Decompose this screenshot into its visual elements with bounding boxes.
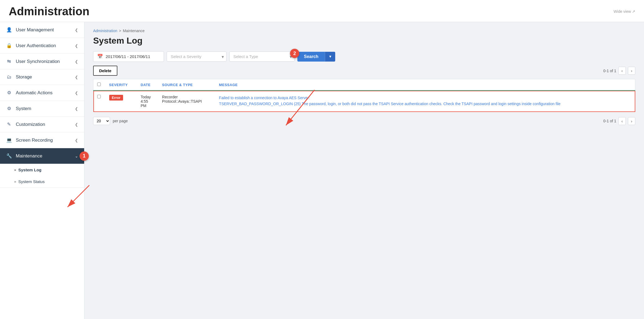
delete-button[interactable]: Delete xyxy=(93,66,117,76)
annotation-1: 1 xyxy=(80,151,89,161)
main-content: Administration > Maintenance System Log … xyxy=(84,22,644,319)
annotation-2: 2 xyxy=(290,49,299,58)
chevron-icon: ❮ xyxy=(75,107,78,111)
automatic-actions-icon: ⚙ xyxy=(6,90,12,96)
sub-arrow-icon: » xyxy=(14,168,16,172)
type-select[interactable]: Select a Type xyxy=(229,51,295,62)
user-authentication-icon: 🔒 xyxy=(6,43,12,48)
sidebar-item-storage[interactable]: 🗂 Storage ❮ xyxy=(0,69,84,85)
table-header: SEVERITY DATE SOURCE & TYPE MESSAGE xyxy=(93,79,635,91)
chevron-icon: ❮ xyxy=(75,28,78,32)
chevron-icon: ❮ xyxy=(75,138,78,142)
sidebar: 👤 User Management ❮ 🔒 User Authenticatio… xyxy=(0,22,84,319)
severity-select[interactable]: Select a Severity Error Warning Info xyxy=(167,51,227,62)
storage-icon: 🗂 xyxy=(6,74,12,80)
per-page-label: per page xyxy=(113,119,128,123)
sidebar-label-screen-recording: Screen Recording xyxy=(16,138,53,143)
pagination-top: 0-1 of 1 ‹ › xyxy=(603,67,635,75)
chevron-icon: ❮ xyxy=(75,59,78,64)
col-date: DATE xyxy=(137,79,158,91)
system-log-label: System Log xyxy=(18,168,41,172)
next-page-button-bottom[interactable]: › xyxy=(628,117,635,125)
row-severity-cell: Error xyxy=(105,91,137,112)
user-management-icon: 👤 xyxy=(6,27,12,33)
table-row: Error Today4:55PM RecorderProtocol::Avay… xyxy=(93,91,635,112)
date-range-value: 2017/06/11 - 2017/06/11 xyxy=(106,54,150,59)
sidebar-label-automatic-actions: Automatic Actions xyxy=(16,90,53,96)
prev-page-button-bottom[interactable]: ‹ xyxy=(618,117,626,125)
table-body: Error Today4:55PM RecorderProtocol::Avay… xyxy=(93,91,635,112)
page-title: Administration xyxy=(9,5,89,18)
content-title: System Log xyxy=(93,36,635,46)
breadcrumb: Administration > Maintenance xyxy=(93,29,635,33)
sidebar-item-user-management[interactable]: 👤 User Management ❮ xyxy=(0,22,84,38)
breadcrumb-current: Maintenance xyxy=(123,29,145,33)
row-checkbox[interactable] xyxy=(97,95,101,98)
chevron-icon: ❮ xyxy=(75,91,78,95)
sub-arrow-icon: » xyxy=(14,180,16,184)
sidebar-item-user-synchronization[interactable]: ⇋ User Synchronization ❮ xyxy=(0,54,84,69)
select-all-checkbox[interactable] xyxy=(97,83,101,86)
main-layout: 👤 User Management ❮ 🔒 User Authenticatio… xyxy=(0,22,644,319)
sidebar-label-maintenance: Maintenance xyxy=(16,153,42,159)
annotations-svg xyxy=(0,0,644,319)
chevron-expand-icon: ⌄ xyxy=(75,154,78,158)
sidebar-label-user-management: User Management xyxy=(16,27,54,33)
sidebar-item-screen-recording[interactable]: 💻 Screen Recording ❮ xyxy=(0,132,84,148)
col-severity: SEVERITY xyxy=(105,79,137,91)
prev-page-button[interactable]: ‹ xyxy=(618,67,626,75)
severity-badge: Error xyxy=(109,95,123,101)
action-row: Delete 0-1 of 1 ‹ › xyxy=(93,66,635,76)
sidebar-label-storage: Storage xyxy=(16,74,32,80)
date-filter[interactable]: 📅 2017/06/11 - 2017/06/11 xyxy=(93,51,164,62)
col-message: MESSAGE xyxy=(215,79,635,91)
severity-select-wrap: Select a Severity Error Warning Info xyxy=(167,51,227,62)
maintenance-icon: 🔧 xyxy=(6,153,12,159)
sidebar-item-system[interactable]: ⚙ System ❮ xyxy=(0,101,84,117)
sidebar-label-user-authentication: User Authentication xyxy=(16,43,56,48)
sidebar-item-user-authentication[interactable]: 🔒 User Authentication ❮ xyxy=(0,38,84,54)
page-header: Administration Wide view ↗ xyxy=(0,0,644,22)
next-page-button[interactable]: › xyxy=(628,67,635,75)
pagination-bottom: 0-1 of 1 ‹ › xyxy=(603,117,635,125)
message-link[interactable]: Failed to establish a connection to Avay… xyxy=(219,96,560,106)
row-checkbox-cell xyxy=(93,91,105,112)
per-page-wrap: 20 50 100 per page xyxy=(93,117,128,125)
sidebar-item-automatic-actions[interactable]: ⚙ Automatic Actions ❮ xyxy=(0,85,84,101)
sidebar-label-customization: Customization xyxy=(16,122,45,127)
customization-icon: ✎ xyxy=(6,121,12,127)
search-button[interactable]: Search xyxy=(297,52,325,62)
row-source-cell: RecorderProtocol::Avaya::TSAPI xyxy=(158,91,215,112)
breadcrumb-separator: > xyxy=(119,29,121,33)
calendar-icon: 📅 xyxy=(97,54,103,59)
filter-row: 📅 2017/06/11 - 2017/06/11 Select a Sever… xyxy=(93,51,635,62)
col-checkbox xyxy=(93,79,105,91)
system-status-label: System Status xyxy=(18,179,45,184)
sidebar-item-maintenance[interactable]: 🔧 Maintenance ⌄ 1 xyxy=(0,148,84,164)
type-select-wrap: Select a Type 2 xyxy=(229,51,295,62)
wide-view-link[interactable]: Wide view ↗ xyxy=(614,9,635,14)
sidebar-sub-system-log[interactable]: » System Log xyxy=(0,164,84,176)
per-page-select[interactable]: 20 50 100 xyxy=(93,117,110,125)
col-source-type: SOURCE & TYPE xyxy=(158,79,215,91)
user-synchronization-icon: ⇋ xyxy=(6,59,12,64)
row-date-cell: Today4:55PM xyxy=(137,91,158,112)
sidebar-sub-system-status[interactable]: » System Status xyxy=(0,176,84,187)
row-message-cell: Failed to establish a connection to Avay… xyxy=(215,91,635,112)
system-icon: ⚙ xyxy=(6,106,12,111)
chevron-icon: ❮ xyxy=(75,122,78,127)
chevron-icon: ❮ xyxy=(75,44,78,48)
search-dropdown-button[interactable]: ▼ xyxy=(325,52,335,62)
sidebar-label-system: System xyxy=(16,106,31,111)
pagination-info-bottom: 0-1 of 1 xyxy=(603,119,616,123)
sidebar-label-user-synchronization: User Synchronization xyxy=(16,59,60,64)
bottom-row: 20 50 100 per page 0-1 of 1 ‹ › xyxy=(93,117,635,125)
pagination-info-top: 0-1 of 1 xyxy=(603,69,616,73)
screen-recording-icon: 💻 xyxy=(6,137,12,143)
sidebar-item-customization[interactable]: ✎ Customization ❮ xyxy=(0,117,84,132)
breadcrumb-admin-link[interactable]: Administration xyxy=(93,29,117,33)
search-button-group: Search ▼ xyxy=(297,52,335,62)
log-table: SEVERITY DATE SOURCE & TYPE MESSAGE Erro… xyxy=(93,79,635,112)
sidebar-sub-menu: » System Log » System Status xyxy=(0,164,84,188)
chevron-icon: ❮ xyxy=(75,75,78,79)
